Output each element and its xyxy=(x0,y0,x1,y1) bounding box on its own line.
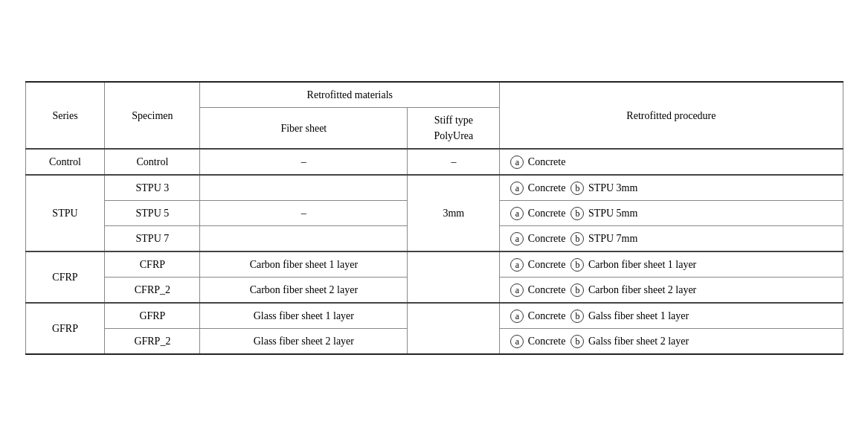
cell-specimen: Control xyxy=(105,149,200,175)
circle-label: b xyxy=(570,258,584,272)
cell-fiber-sheet xyxy=(200,175,408,201)
cell-specimen: GFRP xyxy=(105,303,200,329)
cell-specimen: STPU 5 xyxy=(105,201,200,226)
header-specimen: Specimen xyxy=(105,82,200,149)
header-stiff-type: Stiff typePolyUrea xyxy=(408,108,500,150)
cell-group: STPU xyxy=(25,175,105,251)
header-series: Series xyxy=(25,82,105,149)
cell-procedure: a Concrete b STPU 5mm xyxy=(500,201,843,226)
cell-fiber-sheet: – xyxy=(200,149,408,175)
circle-label: a xyxy=(510,258,524,272)
circle-label: b xyxy=(570,232,584,246)
cell-stiff-type xyxy=(408,251,500,303)
cell-fiber-sheet: Carbon fiber sheet 1 layer xyxy=(200,251,408,278)
cell-specimen: CFRP xyxy=(105,251,200,278)
cell-group: GFRP xyxy=(25,303,105,354)
cell-fiber-sheet: Carbon fiber sheet 2 layer xyxy=(200,278,408,304)
circle-label: a xyxy=(510,232,524,246)
cell-specimen: CFRP_2 xyxy=(105,278,200,304)
header-fiber-sheet: Fiber sheet xyxy=(200,108,408,150)
circle-label: a xyxy=(510,182,524,195)
cell-fiber-sheet: – xyxy=(200,201,408,226)
cell-procedure: a Concrete xyxy=(500,149,843,175)
header-retrofitted-materials: Retrofitted materials xyxy=(200,82,500,108)
cell-procedure: a Concrete b Galss fiber sheet 2 layer xyxy=(500,329,843,355)
cell-stiff-type xyxy=(408,303,500,354)
circle-label: a xyxy=(510,283,524,297)
cell-procedure: a Concrete b STPU 7mm xyxy=(500,226,843,252)
header-retrofitted-procedure: Retrofitted procedure xyxy=(500,82,843,149)
cell-procedure: a Concrete b Galss fiber sheet 1 layer xyxy=(500,303,843,329)
circle-label: b xyxy=(570,310,584,323)
cell-fiber-sheet xyxy=(200,226,408,252)
circle-label: a xyxy=(510,156,524,169)
data-table: Series Specimen Retrofitted materials Re… xyxy=(25,81,843,355)
circle-label: a xyxy=(510,335,524,348)
cell-specimen: STPU 3 xyxy=(105,175,200,201)
cell-stiff-type: – xyxy=(408,149,500,175)
circle-label: a xyxy=(510,207,524,220)
cell-fiber-sheet: Glass fiber sheet 2 layer xyxy=(200,329,408,355)
circle-label: b xyxy=(570,283,584,297)
cell-fiber-sheet: Glass fiber sheet 1 layer xyxy=(200,303,408,329)
cell-group: Control xyxy=(25,149,105,175)
circle-label: b xyxy=(570,207,584,220)
cell-procedure: a Concrete b Carbon fiber sheet 2 layer xyxy=(500,278,843,304)
table-wrapper: Series Specimen Retrofitted materials Re… xyxy=(25,81,843,355)
cell-procedure: a Concrete b STPU 3mm xyxy=(500,175,843,201)
circle-label: a xyxy=(510,310,524,323)
cell-group: CFRP xyxy=(25,251,105,303)
cell-stiff-type: 3mm xyxy=(408,175,500,251)
circle-label: b xyxy=(570,182,584,195)
cell-specimen: GFRP_2 xyxy=(105,329,200,355)
cell-specimen: STPU 7 xyxy=(105,226,200,252)
cell-procedure: a Concrete b Carbon fiber sheet 1 layer xyxy=(500,251,843,278)
circle-label: b xyxy=(570,335,584,348)
